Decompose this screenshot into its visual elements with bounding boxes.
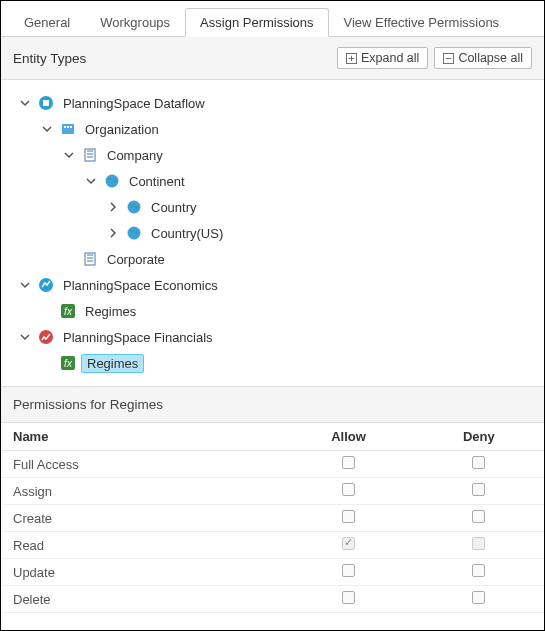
allow-checkbox[interactable] xyxy=(342,564,355,577)
tree-label[interactable]: Continent xyxy=(125,172,189,191)
svg-text:fx: fx xyxy=(64,358,73,369)
chevron-down-icon[interactable] xyxy=(17,329,33,345)
table-row: Delete xyxy=(1,586,544,613)
table-row: Assign xyxy=(1,478,544,505)
tree-label[interactable]: Organization xyxy=(81,120,163,139)
building-icon xyxy=(81,146,99,164)
tab-workgroups[interactable]: Workgroups xyxy=(85,8,185,37)
svg-rect-6 xyxy=(43,100,49,106)
col-name: Name xyxy=(1,423,283,451)
tree-label[interactable]: Country xyxy=(147,198,201,217)
permissions-header: Permissions for Regimes xyxy=(1,386,544,423)
allow-checkbox[interactable] xyxy=(342,591,355,604)
tree-node-regimes-fin[interactable]: fx Regimes xyxy=(7,350,538,376)
table-row: Read xyxy=(1,532,544,559)
tree-node-company[interactable]: Company xyxy=(7,142,538,168)
tree-label[interactable]: PlanningSpace Economics xyxy=(59,276,222,295)
tree-label[interactable]: Corporate xyxy=(103,250,169,269)
allow-checkbox xyxy=(342,537,355,550)
tab-assign-permissions[interactable]: Assign Permissions xyxy=(185,8,328,37)
collapse-icon xyxy=(443,53,454,64)
expand-icon xyxy=(346,53,357,64)
tree-label[interactable]: Regimes xyxy=(81,302,140,321)
tree-node-country[interactable]: Country xyxy=(7,194,538,220)
col-allow: Allow xyxy=(283,423,413,451)
tree-node-corporate[interactable]: Corporate xyxy=(7,246,538,272)
tree-label-selected[interactable]: Regimes xyxy=(81,354,144,373)
table-row: Full Access xyxy=(1,451,544,478)
tree-node-organization[interactable]: Organization xyxy=(7,116,538,142)
tab-general[interactable]: General xyxy=(9,8,85,37)
deny-checkbox[interactable] xyxy=(472,591,485,604)
svg-rect-9 xyxy=(67,126,69,128)
svg-text:fx: fx xyxy=(64,306,73,317)
table-row: Create xyxy=(1,505,544,532)
tree-label[interactable]: PlanningSpace Dataflow xyxy=(59,94,209,113)
tree-node-financials[interactable]: PlanningSpace Financials xyxy=(7,324,538,350)
perm-name: Create xyxy=(1,505,283,532)
building-icon xyxy=(81,250,99,268)
perm-name: Read xyxy=(1,532,283,559)
tab-view-effective-permissions[interactable]: View Effective Permissions xyxy=(329,8,515,37)
tree-node-economics[interactable]: PlanningSpace Economics xyxy=(7,272,538,298)
perm-name: Full Access xyxy=(1,451,283,478)
deny-checkbox[interactable] xyxy=(472,456,485,469)
allow-checkbox[interactable] xyxy=(342,510,355,523)
svg-point-25 xyxy=(39,330,53,344)
chevron-down-icon[interactable] xyxy=(39,121,55,137)
deny-checkbox xyxy=(472,537,485,550)
tree-label[interactable]: Country(US) xyxy=(147,224,227,243)
perm-name: Delete xyxy=(1,586,283,613)
svg-rect-10 xyxy=(70,126,72,128)
chevron-right-icon[interactable] xyxy=(105,225,121,241)
blank-spacer xyxy=(39,355,55,371)
tab-bar: General Workgroups Assign Permissions Vi… xyxy=(1,1,544,37)
globe-icon xyxy=(125,198,143,216)
collapse-all-button[interactable]: Collapse all xyxy=(434,47,532,69)
svg-rect-7 xyxy=(62,124,74,134)
globe-icon xyxy=(103,172,121,190)
tree-node-country-us[interactable]: Country(US) xyxy=(7,220,538,246)
expand-all-button[interactable]: Expand all xyxy=(337,47,428,69)
allow-checkbox[interactable] xyxy=(342,483,355,496)
function-icon: fx xyxy=(59,302,77,320)
app-icon xyxy=(37,276,55,294)
svg-rect-8 xyxy=(64,126,66,128)
globe-icon xyxy=(125,224,143,242)
entity-types-title: Entity Types xyxy=(13,51,86,66)
blank-spacer xyxy=(61,251,77,267)
app-icon xyxy=(37,328,55,346)
perm-name: Update xyxy=(1,559,283,586)
chevron-down-icon[interactable] xyxy=(17,95,33,111)
expand-all-label: Expand all xyxy=(361,51,419,65)
deny-checkbox[interactable] xyxy=(472,483,485,496)
chevron-down-icon[interactable] xyxy=(61,147,77,163)
chevron-down-icon[interactable] xyxy=(17,277,33,293)
org-icon xyxy=(59,120,77,138)
entity-types-header: Entity Types Expand all Collapse all xyxy=(1,37,544,80)
table-row: Update xyxy=(1,559,544,586)
tree-label[interactable]: Company xyxy=(103,146,167,165)
entity-tree: PlanningSpace Dataflow Organization Comp… xyxy=(1,80,544,386)
deny-checkbox[interactable] xyxy=(472,510,485,523)
permissions-table: Name Allow Deny Full AccessAssignCreateR… xyxy=(1,423,544,613)
perm-name: Assign xyxy=(1,478,283,505)
blank-spacer xyxy=(39,303,55,319)
tree-label[interactable]: PlanningSpace Financials xyxy=(59,328,217,347)
deny-checkbox[interactable] xyxy=(472,564,485,577)
tree-node-regimes-econ[interactable]: fx Regimes xyxy=(7,298,538,324)
col-deny: Deny xyxy=(414,423,544,451)
allow-checkbox[interactable] xyxy=(342,456,355,469)
function-icon: fx xyxy=(59,354,77,372)
tree-node-dataflow[interactable]: PlanningSpace Dataflow xyxy=(7,90,538,116)
app-icon xyxy=(37,94,55,112)
collapse-all-label: Collapse all xyxy=(458,51,523,65)
chevron-down-icon[interactable] xyxy=(83,173,99,189)
tree-node-continent[interactable]: Continent xyxy=(7,168,538,194)
chevron-right-icon[interactable] xyxy=(105,199,121,215)
